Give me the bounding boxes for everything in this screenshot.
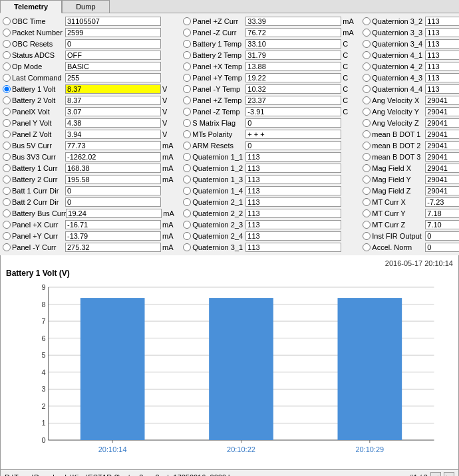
- row-radio[interactable]: [363, 187, 371, 195]
- row-radio[interactable]: [363, 164, 371, 172]
- value-box[interactable]: [65, 51, 161, 60]
- value-box[interactable]: [245, 164, 341, 173]
- row-radio[interactable]: [363, 62, 371, 70]
- row-radio[interactable]: [183, 17, 191, 25]
- row-radio[interactable]: [3, 142, 11, 150]
- value-box[interactable]: [425, 209, 459, 218]
- value-box[interactable]: [425, 231, 459, 241]
- row-radio[interactable]: [363, 85, 371, 93]
- prev-page-button[interactable]: ◀: [430, 472, 441, 476]
- value-box[interactable]: [245, 62, 341, 71]
- value-box[interactable]: [65, 118, 161, 128]
- value-box[interactable]: [425, 130, 459, 139]
- value-box[interactable]: [245, 209, 341, 218]
- value-box[interactable]: [65, 130, 161, 139]
- row-radio[interactable]: [363, 29, 371, 37]
- row-radio[interactable]: [363, 153, 371, 161]
- row-radio[interactable]: [3, 232, 11, 240]
- row-radio[interactable]: [183, 119, 191, 127]
- row-radio[interactable]: [183, 62, 191, 70]
- row-radio[interactable]: [363, 51, 371, 59]
- row-radio[interactable]: [363, 108, 371, 116]
- next-page-button[interactable]: ▶: [444, 472, 454, 476]
- value-box[interactable]: [65, 164, 161, 173]
- value-box[interactable]: [245, 96, 341, 105]
- tab-telemetry[interactable]: Telemetry: [0, 0, 62, 13]
- row-radio[interactable]: [3, 74, 11, 82]
- value-box[interactable]: [425, 39, 459, 49]
- value-box[interactable]: [425, 118, 459, 128]
- value-box[interactable]: [66, 209, 162, 218]
- value-box[interactable]: [65, 197, 161, 207]
- value-box[interactable]: [245, 107, 341, 116]
- value-box[interactable]: [425, 220, 459, 229]
- value-box[interactable]: [245, 197, 341, 207]
- value-box[interactable]: [245, 17, 341, 26]
- row-radio[interactable]: [183, 187, 191, 195]
- value-box[interactable]: [425, 28, 459, 37]
- row-radio[interactable]: [363, 130, 371, 138]
- row-radio[interactable]: [3, 108, 11, 116]
- row-radio[interactable]: [3, 198, 11, 206]
- value-box[interactable]: [425, 107, 459, 116]
- row-radio[interactable]: [3, 209, 11, 217]
- value-box[interactable]: [245, 51, 341, 60]
- row-radio[interactable]: [363, 74, 371, 82]
- row-radio[interactable]: [183, 40, 191, 48]
- tab-dump[interactable]: Dump: [62, 0, 109, 13]
- value-box[interactable]: [425, 243, 459, 252]
- row-radio[interactable]: [183, 51, 191, 59]
- value-box[interactable]: [65, 96, 161, 105]
- row-radio[interactable]: [183, 232, 191, 240]
- row-radio[interactable]: [3, 176, 11, 183]
- row-radio[interactable]: [363, 17, 371, 25]
- value-box[interactable]: [245, 175, 341, 184]
- row-radio[interactable]: [183, 96, 191, 104]
- value-box[interactable]: [65, 220, 161, 229]
- value-box[interactable]: [245, 130, 341, 139]
- row-radio[interactable]: [363, 119, 371, 127]
- value-box[interactable]: [65, 73, 161, 82]
- row-radio[interactable]: [363, 96, 371, 104]
- value-box[interactable]: [425, 73, 459, 82]
- value-box[interactable]: [245, 84, 341, 94]
- row-radio[interactable]: [3, 164, 11, 172]
- value-box[interactable]: [65, 186, 161, 195]
- row-radio[interactable]: [183, 108, 191, 116]
- row-radio[interactable]: [363, 142, 371, 150]
- value-box[interactable]: [245, 152, 341, 162]
- value-box[interactable]: [65, 231, 161, 241]
- row-radio[interactable]: [183, 198, 191, 206]
- row-radio[interactable]: [363, 243, 371, 251]
- value-box[interactable]: [425, 17, 459, 26]
- row-radio[interactable]: [3, 119, 11, 127]
- value-box[interactable]: [245, 73, 341, 82]
- row-radio[interactable]: [3, 187, 11, 195]
- row-radio[interactable]: [363, 209, 371, 217]
- row-radio[interactable]: [363, 176, 371, 183]
- row-radio[interactable]: [3, 62, 11, 70]
- value-box[interactable]: [425, 186, 459, 195]
- value-box[interactable]: [245, 118, 341, 128]
- row-radio[interactable]: [183, 221, 191, 229]
- value-box[interactable]: [245, 186, 341, 195]
- row-radio[interactable]: [363, 198, 371, 206]
- row-radio[interactable]: [3, 96, 11, 104]
- value-box[interactable]: [65, 39, 161, 49]
- row-radio[interactable]: [183, 243, 191, 251]
- value-box[interactable]: [245, 220, 341, 229]
- row-radio[interactable]: [183, 164, 191, 172]
- row-radio[interactable]: [3, 153, 11, 161]
- row-radio[interactable]: [363, 221, 371, 229]
- row-radio[interactable]: [3, 51, 11, 59]
- row-radio[interactable]: [183, 176, 191, 183]
- value-box[interactable]: [245, 39, 341, 49]
- value-box[interactable]: [65, 62, 161, 71]
- value-box[interactable]: [245, 28, 341, 37]
- value-box[interactable]: [65, 17, 161, 26]
- row-radio[interactable]: [363, 232, 371, 240]
- row-radio[interactable]: [3, 85, 11, 93]
- value-box[interactable]: [425, 164, 459, 173]
- row-radio[interactable]: [183, 142, 191, 150]
- value-box[interactable]: [65, 28, 161, 37]
